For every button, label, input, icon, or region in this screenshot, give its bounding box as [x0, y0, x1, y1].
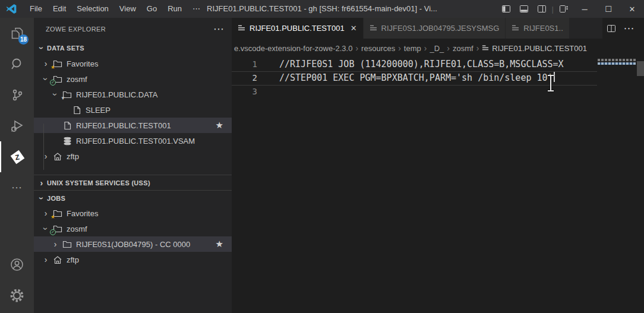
chevron-right-icon[interactable]: [50, 240, 61, 248]
breadcrumb-item[interactable]: temp: [403, 44, 422, 53]
file-icon: [61, 120, 74, 131]
split-editor-icon[interactable]: [602, 18, 620, 39]
chevron-right-icon[interactable]: [40, 152, 51, 160]
titlebar-controls: | ─ ☐ ✕: [497, 0, 644, 18]
chevron-right-icon[interactable]: [40, 209, 51, 217]
breadcrumb-item[interactable]: resources: [360, 44, 396, 53]
section-data-sets[interactable]: DATA SETS: [34, 40, 232, 56]
folder-favorites-icon: [51, 208, 64, 219]
minimize-button[interactable]: ─: [573, 0, 596, 18]
breadcrumb-item[interactable]: _D_: [428, 44, 445, 53]
tab-bar: RIJFE01.PUBLIC.TEST001 RIJFE0S1.JOB04795…: [232, 18, 644, 39]
sidebar-more-actions-icon[interactable]: [213, 23, 225, 36]
tree-item-datasets-favorites[interactable]: Favorites: [34, 56, 232, 71]
chevron-right-icon: [475, 43, 481, 53]
folder-favorites-icon: [51, 58, 64, 69]
sidebar-title: ZOWE EXPLORER: [46, 26, 106, 33]
breadcrumb: e.vscode-extension-for-zowe-2.3.0 resour…: [232, 39, 644, 58]
minimap-line: [598, 59, 636, 61]
close-icon[interactable]: [351, 24, 357, 33]
window-title: RIJFE01.PUBLIC.TEST001 - gh [SSH: fr6615…: [207, 0, 437, 18]
section-jobs[interactable]: JOBS: [34, 190, 232, 205]
code-line-1: 1 //RIJFE0S1 JOB (114200000),RIJFE01,CLA…: [232, 58, 644, 71]
toggle-secondary-sidebar-icon[interactable]: [533, 0, 551, 18]
source-control-icon[interactable]: [0, 80, 34, 110]
titlebar-separator: |: [551, 5, 555, 14]
tree-item-datasets-zosmf[interactable]: ✓ zosmf: [34, 71, 232, 87]
toggle-primary-sidebar-icon[interactable]: [497, 0, 515, 18]
folder-profile-icon: ✓: [51, 74, 64, 84]
breadcrumb-item-file[interactable]: RIJFE01.PUBLIC.TEST001: [481, 44, 588, 53]
home-icon: [51, 254, 64, 265]
tree-item-jobs-zosmf[interactable]: ✓ zosmf: [34, 221, 232, 236]
menu-edit[interactable]: Edit: [48, 0, 71, 18]
tree-item-public-data[interactable]: RIJFE01.PUBLIC.DATA: [34, 87, 232, 102]
tree-item-test001-vsam[interactable]: RIJFE01.PUBLIC.TEST001.VSAM: [34, 133, 232, 148]
tab-rijfe0s1-truncated[interactable]: RIJFE0S1..: [506, 18, 569, 39]
chevron-down-icon: [36, 44, 47, 52]
vscode-window: File Edit Selection View Go Run ⋯ RIJFE0…: [0, 0, 644, 313]
file-lines-icon: [370, 24, 377, 32]
file-lines-icon: [512, 24, 519, 32]
tab-rijfe01-public-test001[interactable]: RIJFE01.PUBLIC.TEST001: [232, 18, 364, 39]
menu-go[interactable]: Go: [141, 0, 162, 18]
explorer-icon[interactable]: 18: [0, 18, 34, 49]
code-line-2: 2 //STEP001 EXEC PGM=BPXBATCH,PARM='sh /…: [232, 71, 644, 85]
tree-item-sleep[interactable]: SLEEP: [34, 102, 232, 118]
vscode-logo-icon: [5, 3, 17, 15]
filtered-dataset-icon: [61, 89, 74, 100]
toggle-panel-icon[interactable]: [515, 0, 533, 18]
file-icon: [70, 105, 83, 115]
tree-item-jobs-favorites[interactable]: Favorites: [34, 205, 232, 221]
menu-selection[interactable]: Selection: [71, 0, 113, 18]
mouse-ibeam-cursor: [547, 75, 554, 91]
more-views-icon[interactable]: [0, 172, 34, 203]
menu-file[interactable]: File: [24, 0, 48, 18]
menu-view[interactable]: View: [114, 0, 141, 18]
editor-more-actions-icon[interactable]: [620, 18, 638, 39]
chevron-down-icon[interactable]: [50, 90, 61, 99]
breadcrumb-item[interactable]: zosmf: [452, 44, 475, 53]
home-icon: [51, 151, 64, 162]
close-button[interactable]: ✕: [620, 0, 644, 18]
maximize-button[interactable]: ☐: [596, 0, 620, 18]
tree-item-datasets-zftp[interactable]: zftp: [34, 148, 232, 164]
tree-item-jobs-zftp[interactable]: zftp: [34, 252, 232, 267]
file-lines-icon: [482, 45, 489, 52]
chevron-right-icon[interactable]: [40, 59, 51, 68]
code-editor[interactable]: 1 //RIJFE0S1 JOB (114200000),RIJFE01,CLA…: [232, 58, 644, 313]
chevron-right-icon: [353, 43, 360, 53]
chevron-right-icon: [36, 179, 47, 187]
search-icon[interactable]: [0, 49, 34, 80]
run-debug-icon[interactable]: [0, 110, 34, 141]
zowe-explorer-sidebar: ZOWE EXPLORER DATA SETS Favorites: [34, 18, 232, 313]
line-number: 3: [232, 85, 269, 99]
zowe-icon[interactable]: Z: [0, 141, 34, 172]
chevron-down-icon: [36, 194, 47, 203]
line-number: 1: [232, 58, 269, 71]
section-uss[interactable]: UNIX SYSTEM SERVICES (USS): [34, 175, 232, 190]
activity-bar: 18 Z: [0, 18, 34, 313]
favorite-star-icon[interactable]: [216, 239, 223, 249]
tree-item-public-test001[interactable]: RIJFE01.PUBLIC.TEST001: [34, 118, 232, 133]
breadcrumb-item[interactable]: e.vscode-extension-for-zowe-2.3.0: [233, 44, 353, 53]
minimap-line-highlighted: [598, 62, 636, 65]
indent-guide: [43, 124, 44, 170]
tab-jesysmsg[interactable]: RIJFE0S1.JOB04795.JESYSMSG: [364, 18, 506, 39]
customize-layout-icon[interactable]: [555, 0, 573, 18]
tree-item-job-rijfe0s1[interactable]: RIJFE0S1(JOB04795) - CC 0000: [34, 236, 232, 252]
favorite-star-icon[interactable]: [216, 120, 223, 131]
file-lines-icon: [238, 24, 245, 32]
minimap-slider[interactable]: [637, 61, 644, 76]
menu-more[interactable]: ⋯: [187, 0, 206, 18]
accounts-icon[interactable]: [0, 249, 34, 280]
chevron-right-icon: [396, 43, 403, 53]
folder-profile-icon: ✓: [51, 223, 64, 234]
chevron-right-icon: [445, 43, 452, 53]
chevron-right-icon[interactable]: [40, 255, 51, 264]
menu-run[interactable]: Run: [162, 0, 187, 18]
code-line-3: 3: [232, 85, 644, 99]
folder-icon: [61, 239, 74, 249]
minimap[interactable]: [598, 59, 636, 66]
settings-gear-icon[interactable]: [0, 280, 34, 311]
